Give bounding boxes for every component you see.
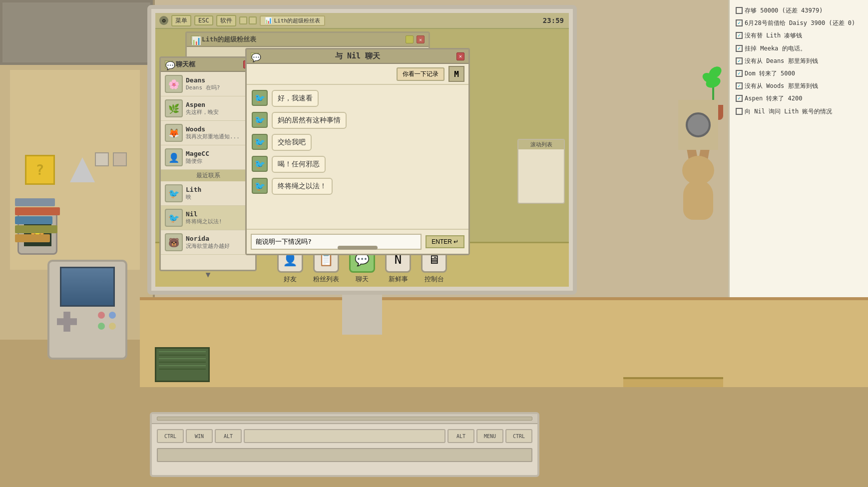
checklist-item-2: 没有替 Lith 凑够钱 — [736, 31, 862, 40]
contact-status-Lith: 映 — [186, 193, 251, 201]
esc-button[interactable]: ESC — [194, 15, 213, 25]
dock-label-好友: 好友 — [284, 275, 297, 284]
minimize-icon[interactable] — [239, 16, 247, 24]
chat-window-title: 与 Nil 聊天 — [262, 51, 453, 61]
chat-msg-bubble-0: 好，我速看 — [272, 90, 319, 107]
chat-messages: 🐦 好，我速看 🐦 妈的居然有这种事情 🐦 交给我吧 🐦 喝！任何邪恶 🐦 终将… — [247, 85, 468, 248]
menu-button[interactable]: 菜单 — [171, 15, 191, 26]
contact-status-Woods: 我再次郑重地通知... — [186, 133, 251, 140]
key-menu[interactable]: MENU — [476, 429, 503, 443]
contact-item-MageCC[interactable]: 👤 MageCC 随便你 — [161, 145, 255, 170]
contact-list: 🌸 Deans Deans 在吗? 🌿 Aspen 先这样，晚安 🦊 Woods… — [161, 72, 255, 268]
contact-item-Norida[interactable]: 🐻 Norida 况海欲堂越办越好 — [161, 230, 255, 255]
dock-label-粉丝列表: 粉丝列表 — [313, 275, 339, 284]
key-alt-left[interactable]: ALT — [215, 429, 242, 443]
enter-button[interactable]: ENTER ↵ — [426, 235, 464, 248]
dock-label-控制台: 控制台 — [425, 275, 444, 284]
monitor: ⚙ 菜单 ESC 软件 📊 Lith的超级粉丝表 23:59 — [147, 5, 577, 335]
contact-status-Nil: 终将绳之以法! — [186, 218, 251, 225]
checkbox-2[interactable] — [736, 32, 743, 39]
contact-info-Aspen: Aspen 先这样，晚安 — [186, 101, 251, 116]
scroll-list-title: 滚动列表 — [518, 140, 564, 149]
m-button[interactable]: M — [448, 66, 464, 82]
checkbox-0[interactable] — [736, 7, 743, 14]
key-alt-right[interactable]: ALT — [447, 429, 474, 443]
checkbox-1[interactable] — [736, 19, 743, 26]
key-win[interactable]: WIN — [186, 429, 213, 443]
key-alpha-group[interactable] — [157, 448, 532, 462]
contact-status-MageCC: 随便你 — [186, 157, 251, 165]
software-button[interactable]: 软件 — [216, 15, 236, 26]
contact-item-Aspen[interactable]: 🌿 Aspen 先这样，晚安 — [161, 96, 255, 121]
chat-input[interactable] — [251, 234, 422, 250]
contact-avatar-Aspen: 🌿 — [165, 99, 183, 117]
dock-label-聊天: 聊天 — [356, 275, 369, 284]
fan-table-minimize[interactable] — [406, 35, 414, 43]
checkbox-4[interactable] — [736, 57, 743, 64]
keyboard-top-row — [152, 414, 537, 424]
chat-list-window[interactable]: 💬 聊天框 ✕ 🌸 Deans Deans 在吗? 🌿 Aspen 先这样，晚安 — [159, 56, 257, 271]
checklist-item-5: Dom 转来了 5000 — [736, 69, 862, 78]
chat-window-close[interactable]: ✕ — [456, 52, 464, 60]
handheld-game — [47, 260, 127, 360]
right-panel: 存够 50000 (还差 43979) 6月28号前借给 Daisy 3900 … — [728, 0, 868, 340]
contact-status-Deans: Deans 在吗? — [186, 84, 251, 91]
contact-avatar-Nil: 🐦 — [165, 209, 183, 227]
checklist: 存够 50000 (还差 43979) 6月28号前借给 Daisy 3900 … — [736, 6, 862, 116]
contact-name-Lith: Lith — [186, 186, 251, 193]
contact-item-Deans[interactable]: 🌸 Deans Deans 在吗? — [161, 72, 255, 96]
settings-icon[interactable]: ⚙ — [159, 16, 168, 25]
contact-name-Nil: Nil — [186, 210, 251, 218]
chat-list-title: 聊天框 — [176, 60, 240, 69]
key-ctrl-left[interactable]: CTRL — [157, 429, 184, 443]
chat-window-titlebar[interactable]: 💬 与 Nil 聊天 ✕ — [247, 49, 468, 64]
contact-item-Woods[interactable]: 🦊 Woods 我再次郑重地通知... — [161, 121, 255, 145]
contact-info-MageCC: MageCC 随便你 — [186, 150, 251, 165]
contact-item-Lith[interactable]: 🐦 Lith 映 — [161, 181, 255, 206]
contact-item-Nil[interactable]: 🐦 Nil 终将绳之以法! — [161, 206, 255, 230]
books-stack — [15, 198, 60, 242]
contact-group-header-4: 最近联系 — [161, 170, 255, 181]
monitor-body: ⚙ 菜单 ESC 软件 📊 Lith的超级粉丝表 23:59 — [147, 5, 577, 295]
scroll-down-arrow[interactable]: ▼ — [161, 268, 255, 281]
nb-line-2 — [159, 355, 206, 356]
contact-info-Lith: Lith 映 — [186, 186, 251, 201]
keyboard-alpha-row — [152, 446, 537, 462]
fan-table-icon: 📊 — [191, 35, 199, 43]
function-keys — [157, 417, 532, 421]
left-panel: 06/28 TUE 🧠 ? 😊 — [0, 0, 155, 340]
contact-avatar-Woods: 🦊 — [165, 124, 183, 142]
fan-table-taskbar-btn[interactable]: 📊 Lith的超级粉丝表 — [260, 15, 326, 26]
scroll-list-panel[interactable]: 滚动列表 — [517, 139, 565, 204]
key-ctrl-right[interactable]: CTRL — [505, 429, 532, 443]
chat-msg-avatar-3: 🐦 — [252, 156, 268, 172]
chat-window[interactable]: 💬 与 Nil 聊天 ✕ 你看一下记录 M 🐦 好，我速看 🐦 妈的居然有这种事… — [245, 48, 470, 255]
question-block: ? — [25, 155, 55, 185]
contact-avatar-Norida: 🐻 — [165, 233, 183, 251]
checklist-item-7: Aspen 转来了 4200 — [736, 94, 862, 103]
keyboard: CTRL WIN ALT ALT MENU CTRL — [150, 412, 539, 477]
checkbox-8[interactable] — [736, 108, 743, 115]
chat-message-3: 🐦 喝！任何邪恶 — [252, 156, 463, 173]
maximize-icon[interactable] — [249, 16, 257, 24]
checkbox-3[interactable] — [736, 45, 743, 52]
fan-table-titlebar[interactable]: 📊 Lith的超级粉丝表 ✕ — [187, 33, 429, 47]
checkbox-6[interactable] — [736, 82, 743, 89]
checkbox-5[interactable] — [736, 70, 743, 77]
scroll-indicator — [338, 246, 378, 250]
checkbox-7[interactable] — [736, 95, 743, 102]
contact-info-Deans: Deans Deans 在吗? — [186, 76, 251, 91]
view-log-button[interactable]: 你看一下记录 — [397, 67, 444, 81]
notebook — [155, 347, 210, 382]
key-space[interactable] — [244, 429, 445, 443]
contact-avatar-MageCC: 👤 — [165, 148, 183, 166]
clock: 23:59 — [543, 16, 564, 24]
speaker-device — [678, 100, 718, 150]
fan-table-close[interactable]: ✕ — [417, 35, 425, 43]
chat-message-1: 🐦 妈的居然有这种事情 — [252, 112, 463, 129]
window-controls — [239, 16, 257, 24]
chat-message-4: 🐦 终将绳之以法！ — [252, 178, 463, 195]
contact-avatar-Lith: 🐦 — [165, 184, 183, 202]
chat-list-titlebar[interactable]: 💬 聊天框 ✕ — [161, 58, 255, 72]
window-grate — [0, 0, 153, 65]
